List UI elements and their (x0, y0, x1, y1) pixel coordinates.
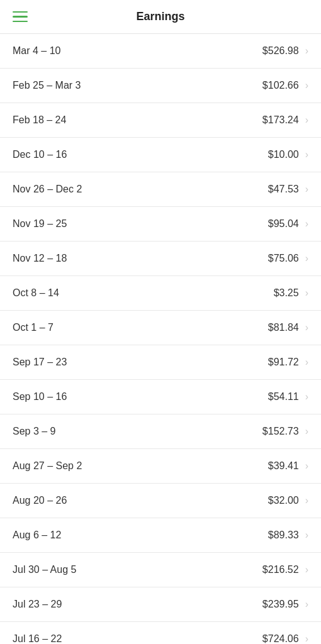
page-title: Earnings (136, 10, 184, 23)
item-date-container: Nov 12 – 18 (13, 253, 67, 264)
list-item[interactable]: Aug 20 – 26 $32.00 › (0, 484, 321, 518)
item-date-container: Aug 6 – 12 (13, 530, 61, 541)
chevron-right-icon: › (305, 599, 308, 610)
chevron-right-icon: › (305, 253, 308, 264)
chevron-right-icon: › (305, 45, 308, 57)
item-date-container: Dec 10 – 16 (13, 149, 67, 160)
list-item[interactable]: Mar 4 – 10 $526.98 › (0, 34, 321, 69)
item-right-container: $10.00 › (268, 149, 308, 160)
list-item[interactable]: Oct 1 – 7 $81.84 › (0, 311, 321, 345)
item-amount: $95.04 (268, 218, 299, 230)
page-header: Earnings (0, 0, 321, 34)
item-right-container: $39.41 › (268, 460, 308, 472)
item-right-container: $89.33 › (268, 530, 308, 541)
chevron-right-icon: › (305, 322, 308, 333)
item-date: Aug 6 – 12 (13, 530, 61, 541)
list-item[interactable]: Nov 26 – Dec 2 $47.53 › (0, 172, 321, 207)
item-right-container: $95.04 › (268, 218, 308, 230)
chevron-right-icon: › (305, 633, 308, 644)
item-date-container: Nov 19 – 25 (13, 218, 67, 230)
item-right-container: $239.95 › (262, 599, 308, 610)
item-date: Jul 16 – 22 (13, 633, 62, 644)
list-item[interactable]: Feb 25 – Mar 3 $102.66 › (0, 69, 321, 103)
item-date-container: Jul 23 – 29 (13, 599, 62, 610)
item-right-container: $724.06 › (262, 633, 308, 644)
chevron-right-icon: › (305, 184, 308, 195)
list-item[interactable]: Sep 10 – 16 $54.11 › (0, 380, 321, 414)
item-date-container: Sep 3 – 9 (13, 426, 56, 437)
item-date: Mar 4 – 10 (13, 45, 60, 57)
item-right-container: $102.66 › (262, 80, 308, 91)
item-right-container: $173.24 › (262, 114, 308, 126)
list-item[interactable]: Jul 23 – 29 $239.95 › (0, 587, 321, 622)
item-amount: $173.24 (262, 114, 299, 126)
item-amount: $152.73 (262, 426, 299, 437)
list-item[interactable]: Dec 10 – 16 $10.00 › (0, 138, 321, 172)
item-amount: $10.00 (268, 149, 299, 160)
item-amount: $32.00 (268, 495, 299, 506)
item-amount: $216.52 (262, 564, 299, 575)
item-amount: $102.66 (262, 80, 299, 91)
chevron-right-icon: › (305, 114, 308, 126)
list-item[interactable]: Nov 19 – 25 $95.04 › (0, 207, 321, 242)
item-date-container: Aug 27 – Sep 2 (13, 460, 82, 472)
item-date: Oct 1 – 7 (13, 322, 54, 333)
item-date: Aug 20 – 26 (13, 495, 67, 506)
chevron-right-icon: › (305, 218, 308, 230)
item-date-container: Oct 8 – 14 (13, 287, 59, 299)
item-right-container: $32.00 › (268, 495, 308, 506)
item-date: Oct 8 – 14 (13, 287, 59, 299)
item-date-container: Sep 17 – 23 (13, 357, 67, 368)
item-date: Sep 3 – 9 (13, 426, 56, 437)
item-date: Feb 25 – Mar 3 (13, 80, 81, 91)
list-item[interactable]: Jul 16 – 22 $724.06 › (0, 622, 321, 644)
earnings-list: Mar 4 – 10 $526.98 › Feb 25 – Mar 3 $102… (0, 34, 321, 644)
item-amount: $81.84 (268, 322, 299, 333)
item-date: Jul 23 – 29 (13, 599, 62, 610)
item-amount: $54.11 (268, 391, 299, 402)
chevron-right-icon: › (305, 391, 308, 402)
item-date-container: Oct 1 – 7 (13, 322, 54, 333)
chevron-right-icon: › (305, 460, 308, 472)
item-date: Sep 10 – 16 (13, 391, 67, 402)
item-right-container: $3.25 › (274, 287, 308, 299)
item-date-container: Nov 26 – Dec 2 (13, 184, 82, 195)
item-date: Nov 19 – 25 (13, 218, 67, 230)
item-date: Nov 12 – 18 (13, 253, 67, 264)
item-amount: $75.06 (268, 253, 299, 264)
item-right-container: $47.53 › (268, 184, 308, 195)
chevron-right-icon: › (305, 426, 308, 437)
list-item[interactable]: Aug 27 – Sep 2 $39.41 › (0, 449, 321, 484)
item-amount: $3.25 (274, 287, 299, 299)
item-right-container: $216.52 › (262, 564, 308, 575)
item-date-container: Sep 10 – 16 (13, 391, 67, 402)
item-date-container: Aug 20 – 26 (13, 495, 67, 506)
list-item[interactable]: Oct 8 – 14 $3.25 › (0, 276, 321, 311)
item-date-container: Jul 30 – Aug 5 (13, 564, 76, 575)
item-right-container: $54.11 › (268, 391, 308, 402)
menu-icon[interactable] (13, 11, 28, 23)
item-amount: $724.06 (262, 633, 299, 644)
item-date-container: Jul 16 – 22 (13, 633, 62, 644)
chevron-right-icon: › (305, 530, 308, 541)
item-right-container: $526.98 › (262, 45, 308, 57)
list-item[interactable]: Sep 3 – 9 $152.73 › (0, 414, 321, 449)
list-item[interactable]: Jul 30 – Aug 5 $216.52 › (0, 553, 321, 587)
item-amount: $89.33 (268, 530, 299, 541)
item-date-container: Feb 18 – 24 (13, 114, 66, 126)
list-item[interactable]: Sep 17 – 23 $91.72 › (0, 345, 321, 380)
item-date: Nov 26 – Dec 2 (13, 184, 82, 195)
chevron-right-icon: › (305, 149, 308, 160)
list-item[interactable]: Nov 12 – 18 $75.06 › (0, 242, 321, 276)
item-date: Feb 18 – 24 (13, 114, 66, 126)
item-date-container: Mar 4 – 10 (13, 45, 60, 57)
item-amount: $39.41 (268, 460, 299, 472)
item-date: Sep 17 – 23 (13, 357, 67, 368)
chevron-right-icon: › (305, 287, 308, 299)
list-item[interactable]: Feb 18 – 24 $173.24 › (0, 103, 321, 138)
item-right-container: $91.72 › (268, 357, 308, 368)
item-right-container: $81.84 › (268, 322, 308, 333)
item-amount: $91.72 (268, 357, 299, 368)
item-date: Aug 27 – Sep 2 (13, 460, 82, 472)
list-item[interactable]: Aug 6 – 12 $89.33 › (0, 518, 321, 553)
